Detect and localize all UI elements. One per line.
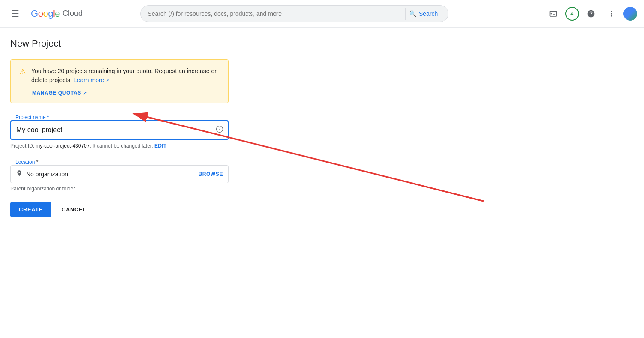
location-input-wrapper: No organization BROWSE: [10, 165, 229, 183]
location-label: Location *: [14, 159, 40, 165]
location-label-text: Location: [15, 159, 35, 165]
external-link-icon: ↗: [106, 78, 110, 83]
form-container: Project name * Project ID: my-cool-proje…: [10, 113, 229, 217]
google-logo-text: Google: [31, 8, 60, 19]
terminal-icon: [549, 9, 558, 18]
header-left: ☰ Google Cloud: [7, 5, 92, 22]
terminal-button[interactable]: [545, 5, 562, 22]
manage-quotas-external-icon: ↗: [83, 90, 87, 96]
project-id-prefix: Project ID:: [10, 143, 36, 149]
page-title: New Project: [10, 38, 634, 49]
search-icon: 🔍: [409, 10, 416, 17]
cloud-text: Cloud: [62, 9, 83, 18]
logo-o1: o: [38, 8, 43, 19]
main-content: New Project ⚠ You have 20 projects remai…: [0, 28, 644, 228]
project-name-help-icon[interactable]: [216, 125, 223, 135]
hamburger-menu-button[interactable]: ☰: [7, 5, 24, 22]
help-icon: [587, 9, 595, 18]
create-button[interactable]: CREATE: [10, 202, 51, 217]
google-cloud-logo[interactable]: Google Cloud: [31, 8, 83, 19]
project-id-text: Project ID: my-cool-project-430707. It c…: [10, 142, 229, 150]
search-button-label: Search: [419, 10, 438, 17]
avatar[interactable]: [623, 7, 637, 21]
organization-icon: [16, 170, 23, 178]
help-button[interactable]: [582, 5, 599, 22]
manage-quotas-label: MANAGE QUOTAS: [32, 90, 81, 96]
logo-g2: g: [48, 8, 53, 19]
project-name-field-group: Project name * Project ID: my-cool-proje…: [10, 113, 229, 150]
more-vert-icon: [607, 9, 616, 18]
warning-icon: ⚠: [19, 67, 26, 77]
quota-alert-box: ⚠ You have 20 projects remaining in your…: [10, 59, 229, 103]
location-helper-text: Parent organization or folder: [10, 186, 229, 192]
logo-o2: o: [43, 8, 48, 19]
search-button[interactable]: 🔍 Search: [405, 8, 441, 20]
location-field-group: Location * No organization BROWSE Parent…: [10, 158, 229, 192]
logo-e: e: [55, 8, 60, 19]
svg-point-1: [219, 127, 220, 128]
form-actions: CREATE CANCEL: [10, 202, 229, 217]
location-value: No organization: [26, 171, 198, 178]
search-container: 🔍 Search: [140, 5, 448, 22]
header-right: 4: [545, 5, 637, 22]
location-required-marker: *: [36, 159, 39, 165]
header: ☰ Google Cloud 🔍 Search 4: [0, 0, 644, 27]
project-name-input[interactable]: [11, 121, 228, 139]
cancel-button[interactable]: CANCEL: [55, 202, 93, 217]
notification-badge[interactable]: 4: [565, 7, 579, 21]
manage-quotas-button[interactable]: MANAGE QUOTAS ↗: [32, 90, 89, 96]
project-id-suffix: . It cannot be changed later.: [89, 143, 153, 149]
browse-button[interactable]: BROWSE: [198, 171, 223, 177]
search-input[interactable]: [148, 10, 402, 17]
project-name-label-text: Project name: [15, 114, 46, 120]
edit-project-id-link[interactable]: EDIT: [154, 143, 167, 149]
alert-content: ⚠ You have 20 projects remaining in your…: [19, 67, 220, 85]
required-marker: *: [47, 114, 49, 120]
alert-text: You have 20 projects remaining in your q…: [31, 67, 220, 85]
logo-g: G: [31, 8, 38, 19]
project-name-label: Project name *: [14, 114, 51, 120]
project-name-input-wrapper: [10, 120, 229, 140]
learn-more-link[interactable]: Learn more: [74, 77, 104, 83]
search-bar: 🔍 Search: [140, 5, 448, 22]
alert-message: You have 20 projects remaining in your q…: [31, 68, 217, 83]
project-id-value: my-cool-project-430707: [36, 143, 89, 149]
more-options-button[interactable]: [603, 5, 620, 22]
